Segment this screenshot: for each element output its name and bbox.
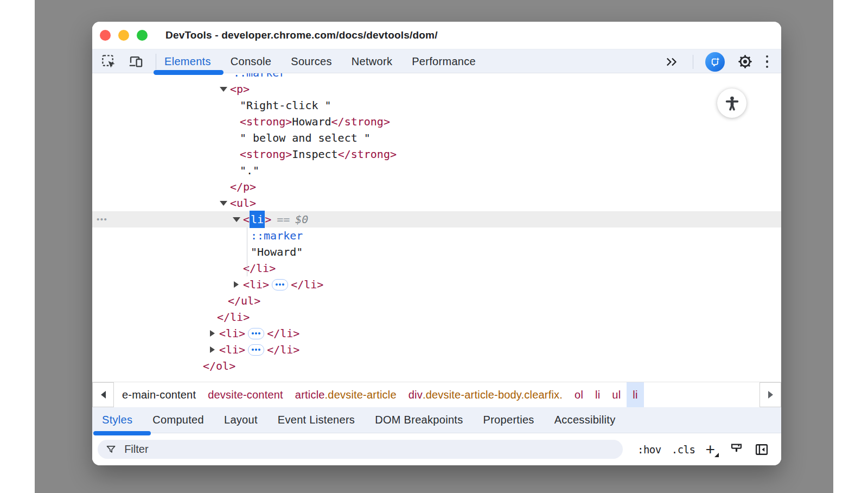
breadcrumb-item[interactable]: li [589, 382, 606, 407]
code-token-tag: <li> [219, 325, 245, 342]
code-token-tag: </ol> [203, 358, 235, 374]
dom-tree-row[interactable]: </p> [92, 179, 781, 195]
breadcrumb-part-node: ul [612, 389, 621, 401]
breadcrumb-part-node: li [595, 389, 600, 401]
dom-tree-row[interactable]: <li></li> [92, 342, 781, 358]
styles-filter-bar: :hov .cls + [92, 433, 781, 465]
class-toggle[interactable]: .cls [672, 444, 695, 456]
minimize-button[interactable] [118, 30, 129, 41]
panel-tab-styles[interactable]: Styles [102, 414, 132, 426]
filter-funnel-icon [105, 444, 117, 456]
tab-elements[interactable]: Elements [164, 55, 211, 68]
triangle-left-icon [101, 391, 106, 399]
panel-tab-properties[interactable]: Properties [483, 414, 534, 426]
zoom-button[interactable] [137, 30, 148, 41]
dom-tree-row[interactable]: "Howard" [92, 244, 781, 260]
code-token-text: Inspect [292, 146, 337, 162]
inline-expand-ellipsis-icon[interactable] [248, 328, 264, 339]
dom-tree-row[interactable]: </ul> [92, 293, 781, 309]
accessibility-widget-button[interactable] [717, 89, 746, 118]
toolbar-right-divider [693, 55, 693, 69]
breadcrumb-item[interactable]: article.devsite-article [289, 382, 403, 407]
breadcrumb-item[interactable]: ul [606, 382, 627, 407]
panel-tab-dom-breakpoints[interactable]: DOM Breakpoints [375, 414, 463, 426]
tab-sources[interactable]: Sources [291, 55, 331, 68]
inspect-element-icon[interactable] [100, 53, 117, 71]
active-panel-tab-underline [93, 431, 151, 435]
breadcrumb-item[interactable]: devsite-content [202, 382, 289, 407]
code-token-tag: </strong> [331, 113, 390, 130]
tab-performance[interactable]: Performance [412, 55, 476, 68]
code-token-eq: == [277, 211, 290, 227]
close-button[interactable] [100, 30, 111, 41]
code-token-tag: <strong> [240, 113, 292, 130]
row-more-actions-icon[interactable]: ••• [97, 211, 107, 227]
collapse-arrow-icon[interactable] [219, 81, 230, 97]
breadcrumb-part-cls: .devsite-article-body.clearfix. [423, 389, 563, 401]
devtools-toolbar: ElementsConsoleSourcesNetworkPerformance [92, 49, 781, 73]
breadcrumb-part-node: devsite-content [208, 389, 283, 401]
dom-tree-row[interactable]: </ol> [92, 358, 781, 374]
collapse-arrow-icon[interactable] [232, 211, 243, 227]
dom-tree: ::marker<p>"Right-click "<strong>Howard<… [92, 73, 781, 374]
breadcrumb-scroll-right-button[interactable] [760, 382, 781, 407]
code-token-tag: <li> [219, 342, 245, 358]
dom-tree-row[interactable]: <li></li> [92, 325, 781, 342]
indent-guide-line [247, 227, 247, 276]
sidebar-panel-tabs: StylesComputedLayoutEvent ListenersDOM B… [92, 407, 781, 433]
code-token-tag: <p> [230, 81, 250, 97]
inline-expand-ellipsis-icon[interactable] [272, 279, 288, 290]
breadcrumb-part-cls: .devsite-article [325, 389, 397, 401]
breadcrumb-item[interactable]: e-main-content [116, 382, 202, 407]
tab-console[interactable]: Console [231, 55, 271, 68]
code-token-tag: < [243, 211, 250, 227]
window-title: DevTools - developer.chrome.com/docs/dev… [165, 29, 438, 41]
more-options-kebab-icon[interactable] [766, 55, 769, 68]
breadcrumb-part-node: li [633, 389, 637, 401]
panel-tab-accessibility[interactable]: Accessibility [554, 414, 616, 426]
code-token-marker: ::marker [251, 227, 303, 244]
code-token-tag: <li> [243, 276, 269, 293]
dom-tree-row[interactable]: </li> [92, 260, 781, 276]
hover-state-toggle[interactable]: :hov [637, 444, 661, 456]
panel-tab-layout[interactable]: Layout [224, 414, 258, 426]
inline-expand-ellipsis-icon[interactable] [248, 344, 264, 356]
dom-tree-row[interactable]: <strong>Inspect</strong> [92, 146, 781, 162]
panel-tab-computed[interactable]: Computed [152, 414, 204, 426]
dom-tree-row[interactable]: " below and select " [92, 130, 781, 146]
breadcrumb-scroll-left-button[interactable] [92, 382, 114, 407]
collapse-arrow-icon[interactable] [219, 195, 230, 211]
dom-tree-row[interactable]: <ul> [92, 195, 781, 211]
toggle-sidebar-icon[interactable] [754, 442, 769, 457]
rendering-brush-icon[interactable] [729, 442, 744, 457]
elements-panel: ::marker<p>"Right-click "<strong>Howard<… [92, 73, 781, 382]
expand-arrow-icon[interactable] [208, 325, 219, 342]
breadcrumb: e-main-contentdevsite-contentarticle.dev… [114, 382, 760, 407]
dom-tree-row[interactable]: •••<li>==$0 [92, 211, 781, 227]
new-style-rule-plus-icon[interactable]: + [705, 444, 719, 455]
active-tab-underline [154, 70, 224, 75]
breadcrumb-item[interactable]: li [627, 382, 643, 407]
dom-tree-row[interactable]: </li> [92, 309, 781, 325]
ai-assistance-icon[interactable] [705, 52, 725, 72]
expand-arrow-icon[interactable] [208, 342, 219, 358]
more-tabs-chevron-icon[interactable] [663, 53, 681, 71]
breadcrumb-item[interactable]: ol [569, 382, 589, 407]
dom-tree-row[interactable]: ::marker [92, 227, 781, 244]
panel-tab-event-listeners[interactable]: Event Listeners [278, 414, 355, 426]
dom-tree-row[interactable]: <strong>Howard</strong> [92, 113, 781, 130]
window-titlebar: DevTools - developer.chrome.com/docs/dev… [92, 22, 781, 49]
code-token-tag: > [265, 211, 271, 227]
code-token-sel: li [250, 211, 265, 228]
device-toolbar-icon[interactable] [127, 53, 144, 71]
tab-network[interactable]: Network [352, 55, 392, 68]
expand-arrow-icon[interactable] [232, 276, 243, 293]
dom-tree-row[interactable]: <li></li> [92, 276, 781, 293]
breadcrumb-item[interactable]: div.devsite-article-body.clearfix. [403, 382, 569, 407]
dom-tree-row[interactable]: "." [92, 162, 781, 179]
settings-gear-icon[interactable] [737, 53, 754, 71]
dom-tree-row[interactable]: <p> [92, 81, 781, 97]
breadcrumb-part-node: article [295, 389, 325, 401]
filter-input[interactable] [123, 443, 615, 456]
dom-tree-row[interactable]: "Right-click " [92, 97, 781, 113]
